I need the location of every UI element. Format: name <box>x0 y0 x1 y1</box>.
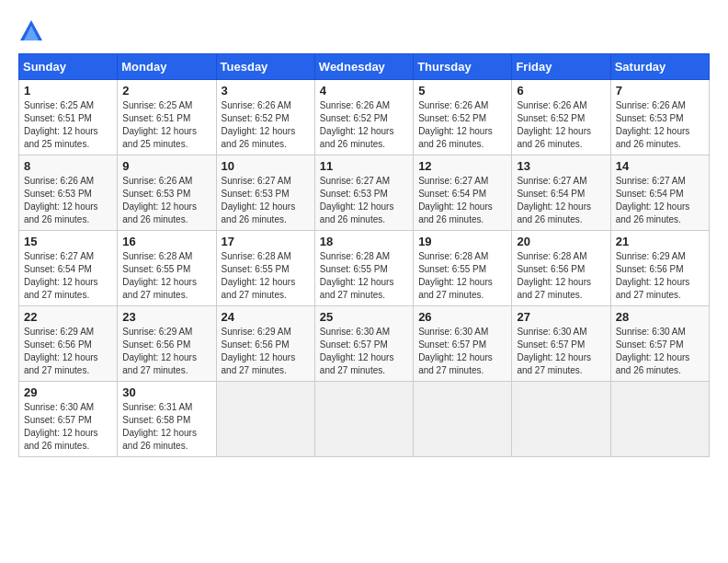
logo-icon <box>18 18 44 44</box>
day-number: 16 <box>122 235 210 248</box>
day-number: 20 <box>517 235 605 248</box>
day-info: Sunrise: 6:26 AM Sunset: 6:53 PM Dayligh… <box>122 175 210 226</box>
calendar-week-4: 22Sunrise: 6:29 AM Sunset: 6:56 PM Dayli… <box>19 306 710 382</box>
calendar-cell <box>610 382 709 457</box>
calendar-week-1: 1Sunrise: 6:25 AM Sunset: 6:51 PM Daylig… <box>19 80 710 155</box>
day-number: 15 <box>24 235 112 248</box>
calendar-cell: 20Sunrise: 6:28 AM Sunset: 6:56 PM Dayli… <box>512 231 610 306</box>
day-number: 11 <box>320 159 408 173</box>
day-number: 17 <box>222 235 310 248</box>
day-number: 22 <box>24 310 112 324</box>
calendar-cell <box>512 382 610 457</box>
calendar-cell: 29Sunrise: 6:30 AM Sunset: 6:57 PM Dayli… <box>19 382 118 457</box>
day-number: 27 <box>517 310 605 324</box>
calendar-cell: 14Sunrise: 6:27 AM Sunset: 6:54 PM Dayli… <box>610 155 709 231</box>
calendar-cell: 25Sunrise: 6:30 AM Sunset: 6:57 PM Dayli… <box>314 306 413 382</box>
day-number: 26 <box>418 310 506 324</box>
calendar-cell: 30Sunrise: 6:31 AM Sunset: 6:58 PM Dayli… <box>118 382 216 457</box>
day-number: 5 <box>418 84 506 98</box>
day-number: 3 <box>222 84 310 98</box>
day-info: Sunrise: 6:26 AM Sunset: 6:53 PM Dayligh… <box>24 175 112 226</box>
calendar-cell: 10Sunrise: 6:27 AM Sunset: 6:53 PM Dayli… <box>216 155 314 231</box>
day-number: 8 <box>24 159 112 173</box>
calendar-cell: 28Sunrise: 6:30 AM Sunset: 6:57 PM Dayli… <box>610 306 709 382</box>
day-number: 24 <box>222 310 310 324</box>
day-info: Sunrise: 6:31 AM Sunset: 6:58 PM Dayligh… <box>122 401 210 453</box>
calendar-cell: 16Sunrise: 6:28 AM Sunset: 6:55 PM Dayli… <box>118 231 216 306</box>
calendar-cell: 5Sunrise: 6:26 AM Sunset: 6:52 PM Daylig… <box>414 80 512 155</box>
day-number: 28 <box>616 310 704 324</box>
day-number: 14 <box>616 159 704 173</box>
calendar-cell: 6Sunrise: 6:26 AM Sunset: 6:52 PM Daylig… <box>512 80 610 155</box>
calendar-cell: 18Sunrise: 6:28 AM Sunset: 6:55 PM Dayli… <box>314 231 413 306</box>
calendar-cell: 9Sunrise: 6:26 AM Sunset: 6:53 PM Daylig… <box>118 155 216 231</box>
day-info: Sunrise: 6:30 AM Sunset: 6:57 PM Dayligh… <box>24 401 112 453</box>
header-tuesday: Tuesday <box>216 54 314 80</box>
calendar-cell: 23Sunrise: 6:29 AM Sunset: 6:56 PM Dayli… <box>118 306 216 382</box>
header-thursday: Thursday <box>414 54 512 80</box>
calendar-cell: 4Sunrise: 6:26 AM Sunset: 6:52 PM Daylig… <box>314 80 413 155</box>
day-info: Sunrise: 6:28 AM Sunset: 6:55 PM Dayligh… <box>122 250 210 302</box>
calendar-cell: 22Sunrise: 6:29 AM Sunset: 6:56 PM Dayli… <box>19 306 118 382</box>
day-info: Sunrise: 6:25 AM Sunset: 6:51 PM Dayligh… <box>24 99 112 151</box>
header-sunday: Sunday <box>19 54 118 80</box>
header-saturday: Saturday <box>610 54 709 80</box>
day-info: Sunrise: 6:26 AM Sunset: 6:52 PM Dayligh… <box>222 99 310 151</box>
day-info: Sunrise: 6:29 AM Sunset: 6:56 PM Dayligh… <box>24 326 112 377</box>
day-info: Sunrise: 6:30 AM Sunset: 6:57 PM Dayligh… <box>616 326 704 377</box>
day-number: 6 <box>517 84 605 98</box>
calendar-cell: 26Sunrise: 6:30 AM Sunset: 6:57 PM Dayli… <box>414 306 512 382</box>
day-info: Sunrise: 6:30 AM Sunset: 6:57 PM Dayligh… <box>517 326 605 377</box>
calendar-cell: 7Sunrise: 6:26 AM Sunset: 6:53 PM Daylig… <box>610 80 709 155</box>
day-info: Sunrise: 6:30 AM Sunset: 6:57 PM Dayligh… <box>320 326 408 377</box>
calendar-cell: 13Sunrise: 6:27 AM Sunset: 6:54 PM Dayli… <box>512 155 610 231</box>
day-number: 4 <box>320 84 408 98</box>
day-number: 30 <box>122 385 210 399</box>
day-info: Sunrise: 6:27 AM Sunset: 6:54 PM Dayligh… <box>616 175 704 226</box>
calendar-cell: 3Sunrise: 6:26 AM Sunset: 6:52 PM Daylig… <box>216 80 314 155</box>
calendar-cell: 12Sunrise: 6:27 AM Sunset: 6:54 PM Dayli… <box>414 155 512 231</box>
day-number: 18 <box>320 235 408 248</box>
calendar-cell: 17Sunrise: 6:28 AM Sunset: 6:55 PM Dayli… <box>216 231 314 306</box>
day-number: 9 <box>122 159 210 173</box>
day-number: 10 <box>222 159 310 173</box>
calendar-cell: 24Sunrise: 6:29 AM Sunset: 6:56 PM Dayli… <box>216 306 314 382</box>
calendar-cell: 8Sunrise: 6:26 AM Sunset: 6:53 PM Daylig… <box>19 155 118 231</box>
calendar-header-row: SundayMondayTuesdayWednesdayThursdayFrid… <box>19 54 710 80</box>
calendar-cell: 19Sunrise: 6:28 AM Sunset: 6:55 PM Dayli… <box>414 231 512 306</box>
day-info: Sunrise: 6:29 AM Sunset: 6:56 PM Dayligh… <box>616 250 704 302</box>
day-info: Sunrise: 6:27 AM Sunset: 6:53 PM Dayligh… <box>222 175 310 226</box>
day-number: 2 <box>122 84 210 98</box>
header-wednesday: Wednesday <box>314 54 413 80</box>
day-number: 25 <box>320 310 408 324</box>
header-monday: Monday <box>118 54 216 80</box>
day-info: Sunrise: 6:28 AM Sunset: 6:55 PM Dayligh… <box>418 250 506 302</box>
day-info: Sunrise: 6:26 AM Sunset: 6:52 PM Dayligh… <box>517 99 605 151</box>
day-info: Sunrise: 6:30 AM Sunset: 6:57 PM Dayligh… <box>418 326 506 377</box>
day-info: Sunrise: 6:26 AM Sunset: 6:53 PM Dayligh… <box>616 99 704 151</box>
calendar-table: SundayMondayTuesdayWednesdayThursdayFrid… <box>18 53 710 457</box>
calendar-cell: 11Sunrise: 6:27 AM Sunset: 6:53 PM Dayli… <box>314 155 413 231</box>
calendar-cell <box>216 382 314 457</box>
day-info: Sunrise: 6:28 AM Sunset: 6:55 PM Dayligh… <box>320 250 408 302</box>
day-info: Sunrise: 6:29 AM Sunset: 6:56 PM Dayligh… <box>122 326 210 377</box>
day-number: 23 <box>122 310 210 324</box>
calendar-cell: 27Sunrise: 6:30 AM Sunset: 6:57 PM Dayli… <box>512 306 610 382</box>
day-info: Sunrise: 6:26 AM Sunset: 6:52 PM Dayligh… <box>320 99 408 151</box>
calendar-cell <box>414 382 512 457</box>
calendar-cell <box>314 382 413 457</box>
calendar-week-3: 15Sunrise: 6:27 AM Sunset: 6:54 PM Dayli… <box>19 231 710 306</box>
header-friday: Friday <box>512 54 610 80</box>
calendar-week-5: 29Sunrise: 6:30 AM Sunset: 6:57 PM Dayli… <box>19 382 710 457</box>
calendar-week-2: 8Sunrise: 6:26 AM Sunset: 6:53 PM Daylig… <box>19 155 710 231</box>
day-info: Sunrise: 6:27 AM Sunset: 6:53 PM Dayligh… <box>320 175 408 226</box>
day-info: Sunrise: 6:27 AM Sunset: 6:54 PM Dayligh… <box>24 250 112 302</box>
day-number: 29 <box>24 385 112 399</box>
calendar-cell: 2Sunrise: 6:25 AM Sunset: 6:51 PM Daylig… <box>118 80 216 155</box>
day-info: Sunrise: 6:28 AM Sunset: 6:55 PM Dayligh… <box>222 250 310 302</box>
day-number: 13 <box>517 159 605 173</box>
calendar-cell: 1Sunrise: 6:25 AM Sunset: 6:51 PM Daylig… <box>19 80 118 155</box>
calendar-cell: 15Sunrise: 6:27 AM Sunset: 6:54 PM Dayli… <box>19 231 118 306</box>
day-info: Sunrise: 6:28 AM Sunset: 6:56 PM Dayligh… <box>517 250 605 302</box>
day-info: Sunrise: 6:27 AM Sunset: 6:54 PM Dayligh… <box>517 175 605 226</box>
